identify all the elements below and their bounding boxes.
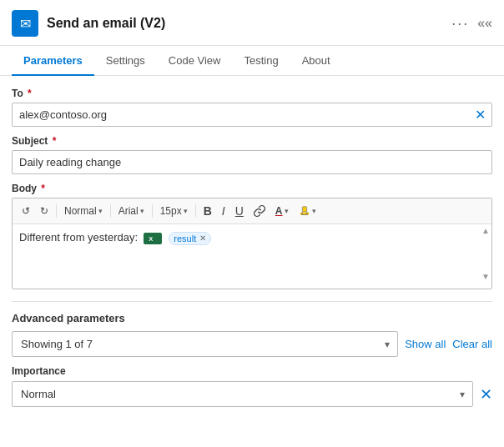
to-field-group: To * ✕ — [12, 88, 492, 127]
page-title: Send an email (V2) — [47, 16, 165, 31]
undo-button[interactable]: ↺ — [18, 203, 34, 219]
paragraph-chevron-icon: ▾ — [98, 207, 103, 215]
highlight-chevron-icon: ▾ — [312, 207, 316, 215]
form-area: To * ✕ Subject * Body * ↺ ↻ Normal — [0, 76, 504, 289]
required-star-to: * — [25, 88, 32, 99]
editor-scrollbar[interactable]: ▲ ▼ — [481, 226, 490, 281]
body-label: Body * — [12, 183, 492, 194]
svg-rect-1 — [302, 207, 306, 212]
header-actions: ··· «« — [451, 15, 492, 33]
redo-button[interactable]: ↻ — [36, 203, 53, 219]
font-color-button[interactable]: A ▾ — [271, 203, 293, 219]
body-text-prefix: Different from yesterday: — [19, 231, 138, 244]
result-token: result ✕ — [169, 232, 211, 245]
tab-settings[interactable]: Settings — [94, 46, 157, 75]
required-star-body: * — [38, 183, 45, 194]
collapse-button[interactable]: «« — [477, 16, 492, 31]
advanced-title: Advanced parameters — [12, 312, 492, 324]
bold-button[interactable]: B — [199, 202, 216, 220]
importance-dropdown[interactable]: NormalLowHigh — [12, 381, 473, 407]
header: ✉ Send an email (V2) ··· «« — [0, 0, 504, 46]
advanced-dropdown-wrapper: Showing 1 of 7 ▾ — [12, 331, 398, 357]
body-editor: ↺ ↻ Normal ▾ Arial ▾ 15px ▾ B — [12, 198, 492, 289]
svg-text:X: X — [149, 235, 153, 243]
toolbar-sep-1 — [56, 204, 57, 218]
importance-group: NormalLowHigh ▾ ✕ — [12, 381, 492, 407]
italic-button[interactable]: I — [218, 202, 229, 220]
subject-input-wrapper — [12, 150, 492, 174]
importance-dropdown-wrapper: NormalLowHigh ▾ — [12, 381, 473, 407]
email-icon: ✉ — [20, 16, 31, 32]
toolbar-sep-4 — [195, 204, 196, 218]
scroll-up-button[interactable]: ▲ — [481, 226, 490, 235]
editor-content[interactable]: Different from yesterday: X result ✕ ▲ ▼ — [13, 224, 491, 283]
toolbar-sep-2 — [110, 204, 111, 218]
more-options-button[interactable]: ··· — [451, 15, 469, 33]
subject-field-group: Subject * — [12, 135, 492, 174]
show-all-button[interactable]: Show all — [405, 338, 446, 350]
remove-importance-button[interactable]: ✕ — [480, 385, 492, 404]
link-icon — [254, 205, 265, 217]
highlight-icon — [299, 205, 310, 217]
tab-parameters[interactable]: Parameters — [12, 46, 94, 75]
to-input-wrapper: ✕ — [12, 103, 492, 127]
toolbar-sep-3 — [152, 204, 153, 218]
tab-testing[interactable]: Testing — [232, 46, 290, 75]
paragraph-style-dropdown[interactable]: Normal ▾ — [60, 203, 107, 219]
underline-button[interactable]: U — [231, 202, 248, 220]
tabs-bar: Parameters Settings Code View Testing Ab… — [0, 46, 504, 76]
link-button[interactable] — [249, 203, 270, 219]
to-input[interactable] — [12, 103, 492, 127]
advanced-section: Advanced parameters Showing 1 of 7 ▾ Sho… — [0, 312, 504, 407]
header-left: ✉ Send an email (V2) — [12, 10, 165, 37]
tab-about[interactable]: About — [290, 46, 342, 75]
editor-toolbar: ↺ ↻ Normal ▾ Arial ▾ 15px ▾ B — [13, 198, 491, 224]
size-chevron-icon: ▾ — [184, 207, 188, 215]
font-color-chevron-icon: ▾ — [285, 207, 289, 215]
font-dropdown[interactable]: Arial ▾ — [114, 203, 149, 219]
tab-code-view[interactable]: Code View — [157, 46, 233, 75]
highlight-button[interactable]: ▾ — [295, 203, 320, 219]
importance-label: Importance — [12, 365, 492, 377]
clear-all-button[interactable]: Clear all — [452, 338, 492, 350]
section-divider — [12, 301, 492, 302]
advanced-controls: Showing 1 of 7 ▾ Show all Clear all — [12, 331, 492, 357]
advanced-params-dropdown[interactable]: Showing 1 of 7 — [12, 331, 398, 357]
to-label: To * — [12, 88, 492, 99]
subject-input[interactable] — [12, 150, 492, 174]
body-field-group: Body * ↺ ↻ Normal ▾ Arial ▾ 15px — [12, 183, 492, 289]
font-size-dropdown[interactable]: 15px ▾ — [156, 203, 192, 219]
excel-badge: X — [144, 233, 162, 244]
font-chevron-icon: ▾ — [140, 207, 144, 215]
required-star-subject: * — [49, 135, 56, 147]
clear-to-button[interactable]: ✕ — [475, 108, 486, 122]
scroll-down-button[interactable]: ▼ — [481, 272, 490, 281]
app-icon: ✉ — [12, 10, 38, 37]
subject-label: Subject * — [12, 135, 492, 147]
excel-icon: X — [147, 234, 157, 244]
remove-result-button[interactable]: ✕ — [199, 234, 206, 243]
